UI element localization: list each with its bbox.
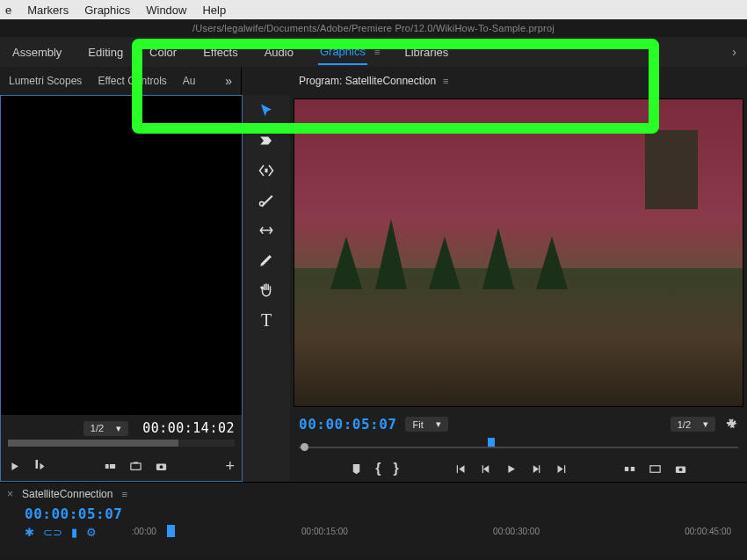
insert-icon[interactable]	[33, 460, 47, 473]
step-forward-icon[interactable]	[530, 462, 543, 476]
timeline-ruler[interactable]: :00:00 00:00:15:00 00:00:30:00 00:00:45:…	[97, 527, 740, 536]
export-frame-icon[interactable]	[674, 462, 687, 476]
program-settings-icon[interactable]	[724, 416, 738, 433]
close-sequence-icon[interactable]: ×	[7, 488, 13, 500]
tab-lumetri-scopes[interactable]: Lumetri Scopes	[9, 75, 82, 87]
razor-tool-icon[interactable]	[256, 190, 277, 211]
program-fit-value: Fit	[412, 419, 423, 430]
program-monitor-viewport[interactable]	[294, 98, 743, 407]
chevron-down-icon: ▾	[116, 423, 121, 434]
panel-tab-row: Lumetri Scopes Effect Controls Au » Prog…	[0, 67, 747, 95]
pen-tool-icon[interactable]	[256, 250, 277, 271]
svg-point-11	[678, 468, 682, 471]
program-timecode[interactable]: 00:00:05:07	[299, 416, 396, 433]
program-scrubber[interactable]	[299, 438, 738, 454]
menu-item-help[interactable]: Help	[202, 4, 226, 17]
workspace-overflow-icon[interactable]: ›	[732, 45, 736, 59]
svg-point-6	[260, 202, 265, 207]
workspace-tab-effects[interactable]: Effects	[201, 40, 240, 64]
add-marker-icon[interactable]	[350, 462, 363, 476]
menu-item-markers[interactable]: Markers	[27, 4, 69, 17]
selection-tool-icon[interactable]	[256, 100, 277, 121]
program-zoom-select[interactable]: 1/2 ▾	[671, 417, 715, 432]
program-tab-prefix: Program:	[299, 75, 345, 87]
workspace-tab-assembly[interactable]: Assembly	[11, 40, 63, 64]
menu-item-graphics[interactable]: Graphics	[84, 4, 130, 17]
tab-audio-partial[interactable]: Au	[183, 75, 196, 87]
type-tool-icon[interactable]: T	[256, 309, 277, 331]
program-panel-menu-icon[interactable]: ≡	[443, 76, 448, 86]
svg-rect-9	[650, 465, 660, 472]
overwrite-icon[interactable]	[104, 460, 117, 473]
ruler-tick: 00:00:30:00	[493, 527, 540, 536]
play-icon[interactable]	[8, 460, 21, 473]
extract-icon[interactable]	[649, 462, 662, 476]
workspace-menu-icon[interactable]: ≡	[374, 47, 380, 57]
source-monitor-panel: 1/2 ▾ 00:00:14:02 +	[0, 95, 243, 482]
svg-rect-7	[625, 467, 628, 471]
sequence-tab[interactable]: SatelliteConnection	[22, 488, 112, 500]
track-select-tool-icon[interactable]	[256, 130, 277, 151]
source-monitor-viewport[interactable]	[1, 96, 242, 415]
workspace-tab-editing[interactable]: Editing	[86, 40, 125, 64]
ruler-tick: 00:00:15:00	[301, 527, 348, 536]
mark-in-icon[interactable]: {	[375, 461, 381, 476]
workspace-tab-color[interactable]: Color	[148, 40, 178, 64]
tab-overflow-icon[interactable]: »	[225, 74, 232, 88]
play-button-icon[interactable]	[504, 462, 518, 476]
source-panel-tabs: Lumetri Scopes Effect Controls Au »	[0, 67, 242, 95]
go-to-in-icon[interactable]	[453, 462, 467, 476]
workspace-tab-audio[interactable]: Audio	[263, 40, 295, 64]
program-fit-select[interactable]: Fit ▾	[405, 417, 447, 432]
timeline-settings-icon[interactable]: ⚙	[86, 526, 97, 539]
add-button-icon[interactable]: +	[226, 457, 236, 476]
workspace-tab-bar: Assembly Editing Color Effects Audio Gra…	[0, 37, 747, 67]
snapshot-icon[interactable]	[155, 460, 168, 473]
svg-rect-1	[110, 464, 115, 469]
chevron-down-icon: ▾	[703, 418, 708, 430]
snap-icon[interactable]: ✱	[25, 526, 34, 539]
project-filepath: /Users/legalwife/Documents/Adobe/Premier…	[0, 19, 747, 37]
tab-effect-controls[interactable]: Effect Controls	[98, 75, 166, 87]
svg-point-4	[160, 465, 163, 469]
program-zoom-value: 1/2	[678, 419, 691, 430]
program-panel-tab[interactable]: Program: SatelliteConnection ≡	[290, 67, 458, 95]
timeline-panel-menu-icon[interactable]: ≡	[121, 489, 127, 499]
slip-tool-icon[interactable]	[256, 220, 277, 241]
source-zoom-value: 1/2	[91, 423, 104, 433]
menu-item-window[interactable]: Window	[146, 4, 186, 17]
workspace-tab-graphics[interactable]: Graphics	[318, 40, 367, 65]
export-frame-icon[interactable]	[129, 460, 142, 473]
svg-rect-0	[105, 464, 109, 469]
workspace-tab-libraries[interactable]: Libraries	[403, 40, 450, 64]
toolbar: T	[243, 95, 290, 482]
menu-item[interactable]: e	[5, 4, 11, 17]
marker-tool-icon[interactable]: ▮	[71, 526, 77, 539]
playhead-marker[interactable]	[488, 438, 495, 447]
go-to-out-icon[interactable]	[555, 462, 569, 476]
step-back-icon[interactable]	[479, 462, 492, 476]
timeline-timecode[interactable]: 00:00:05:07	[25, 505, 122, 522]
source-scrubber[interactable]	[8, 440, 235, 450]
program-tab-name: SatelliteConnection	[345, 75, 436, 87]
timeline-playhead[interactable]	[167, 525, 175, 537]
ruler-tick: 00:00:45:00	[685, 527, 731, 536]
mark-out-icon[interactable]: }	[394, 461, 399, 476]
svg-rect-5	[265, 169, 268, 173]
lift-icon[interactable]	[623, 462, 636, 476]
ripple-edit-tool-icon[interactable]	[256, 160, 277, 181]
source-out-timecode: 00:00:14:02	[142, 420, 235, 436]
chevron-down-icon: ▾	[436, 418, 441, 430]
program-monitor-panel: 00:00:05:07 Fit ▾ 1/2 ▾	[290, 95, 747, 482]
svg-rect-2	[131, 463, 141, 470]
os-menu-bar: e Markers Graphics Window Help	[0, 0, 747, 19]
ruler-tick: :00:00	[132, 527, 156, 536]
svg-rect-8	[630, 467, 634, 471]
linked-selection-icon[interactable]: ⊂⊃	[43, 526, 62, 539]
timeline-panel: × SatelliteConnection ≡ 00:00:05:07 ✱ ⊂⊃…	[0, 482, 747, 556]
hand-tool-icon[interactable]	[256, 280, 277, 301]
source-zoom-select[interactable]: 1/2 ▾	[83, 421, 128, 436]
